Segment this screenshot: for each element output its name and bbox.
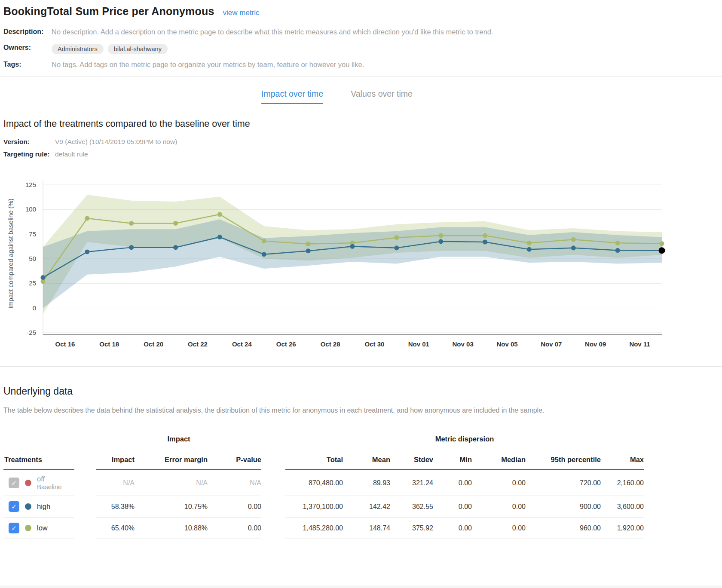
column-gap bbox=[74, 496, 96, 518]
data-point-low[interactable] bbox=[660, 241, 664, 246]
cell-95th-percentile-off: 720.00 bbox=[526, 470, 601, 496]
chart-section-heading: Impact of the treatments compared to the… bbox=[3, 119, 722, 129]
treatment-checkbox-low[interactable]: ✓ bbox=[9, 523, 19, 533]
footer-strip bbox=[0, 585, 722, 588]
treatment-name-off: offBaseline bbox=[37, 475, 62, 491]
view-metric-link[interactable]: view metric bbox=[223, 9, 260, 17]
data-point-high[interactable] bbox=[483, 240, 487, 245]
cell-total-off: 870,480.00 bbox=[285, 470, 343, 496]
column-header-error-margin: Error margin bbox=[135, 450, 208, 470]
tags-label: Tags: bbox=[3, 61, 52, 68]
x-tick-label: Oct 18 bbox=[99, 340, 119, 348]
data-point-high[interactable] bbox=[129, 245, 134, 250]
column-header-p-value: P-value bbox=[208, 450, 261, 470]
treatment-checkbox-off[interactable]: ✓ bbox=[9, 478, 19, 488]
cell-max-off: 2,160.00 bbox=[601, 470, 644, 496]
treatment-name-low: low bbox=[37, 524, 48, 533]
cell-impact-high: 58.38% bbox=[96, 496, 135, 518]
data-point-low[interactable] bbox=[438, 233, 443, 238]
data-point-high[interactable] bbox=[85, 249, 89, 254]
data-point-high[interactable] bbox=[306, 248, 311, 253]
column-gap bbox=[261, 518, 285, 539]
column-gap bbox=[74, 450, 96, 470]
y-tick-label: 25 bbox=[29, 279, 36, 287]
y-tick-label: 100 bbox=[25, 205, 36, 213]
cell-mean-high: 142.42 bbox=[343, 496, 390, 518]
column-gap bbox=[74, 470, 96, 496]
owner-pills: Administrators bilal.al-shahwany bbox=[52, 44, 168, 54]
data-point-high[interactable] bbox=[571, 245, 576, 250]
data-point-high[interactable] bbox=[438, 239, 443, 244]
tab-impact-over-time[interactable]: Impact over time bbox=[261, 89, 323, 104]
treatment-checkbox-high[interactable]: ✓ bbox=[9, 501, 19, 512]
x-tick-label: Nov 01 bbox=[408, 340, 429, 348]
column-header-max: Max bbox=[601, 450, 644, 470]
data-point-high[interactable] bbox=[350, 244, 355, 249]
version-value: V9 (Active) (10/14/2019 05:09PM to now) bbox=[55, 138, 177, 146]
impact-chart: 1251007550250-25Oct 16Oct 18Oct 20Oct 22… bbox=[0, 163, 670, 354]
data-point-low[interactable] bbox=[483, 233, 487, 238]
metric-impact-page: BookingTotal Sum Price per Anonymous vie… bbox=[0, 0, 722, 588]
y-tick-label: 125 bbox=[25, 181, 36, 188]
version-label: Version: bbox=[3, 138, 55, 146]
x-tick-label: Oct 20 bbox=[144, 340, 163, 348]
top-divider bbox=[0, 77, 722, 77]
data-point-low[interactable] bbox=[394, 235, 399, 240]
cell-error-margin-high: 10.75% bbox=[135, 496, 208, 518]
cell-error-margin-off: N/A bbox=[135, 470, 208, 496]
data-point-low[interactable] bbox=[129, 221, 134, 226]
data-point-high[interactable] bbox=[262, 252, 266, 257]
column-header-stdev: Stdev bbox=[390, 450, 433, 470]
underlying-data-table: ImpactMetric dispersionTreatmentsImpactE… bbox=[3, 435, 722, 539]
cell-error-margin-low: 10.88% bbox=[135, 518, 208, 539]
highlighted-data-point[interactable] bbox=[659, 247, 665, 254]
data-point-low[interactable] bbox=[571, 237, 576, 242]
column-gap bbox=[74, 518, 96, 539]
cell-impact-low: 65.40% bbox=[96, 518, 135, 539]
owner-pill-administrators[interactable]: Administrators bbox=[52, 44, 104, 54]
group-header-gap bbox=[261, 435, 285, 450]
x-tick-label: Oct 22 bbox=[188, 340, 208, 348]
cell-mean-low: 148.74 bbox=[343, 518, 390, 539]
data-point-low[interactable] bbox=[527, 241, 532, 245]
metric-meta: Description: No description. Add a descr… bbox=[3, 28, 722, 70]
data-point-low[interactable] bbox=[85, 216, 89, 220]
group-header-metric-dispersion: Metric dispersion bbox=[285, 435, 644, 450]
column-gap bbox=[261, 496, 285, 518]
data-point-high[interactable] bbox=[394, 245, 399, 250]
data-point-low[interactable] bbox=[262, 239, 266, 243]
data-point-high[interactable] bbox=[217, 235, 222, 239]
data-point-high[interactable] bbox=[41, 275, 46, 280]
cell-max-high: 3,600.00 bbox=[601, 496, 644, 518]
targeting-rule-label: Targeting rule: bbox=[3, 150, 55, 158]
data-point-high[interactable] bbox=[615, 248, 620, 253]
owner-pill-user[interactable]: bilal.al-shahwany bbox=[108, 44, 168, 54]
y-tick-label: 75 bbox=[29, 230, 36, 238]
treatment-color-dot-high bbox=[25, 503, 31, 510]
data-point-low[interactable] bbox=[615, 241, 620, 245]
description-label: Description: bbox=[3, 28, 52, 36]
cell-min-off: 0.00 bbox=[433, 470, 472, 496]
data-point-low[interactable] bbox=[173, 221, 178, 226]
data-point-low[interactable] bbox=[306, 242, 311, 246]
cell-p-value-high: 0.00 bbox=[208, 496, 261, 518]
cell-p-value-off: N/A bbox=[208, 470, 261, 496]
treatment-row-high: ✓high bbox=[3, 496, 74, 518]
data-point-low[interactable] bbox=[217, 212, 222, 217]
page-title: BookingTotal Sum Price per Anonymous bbox=[3, 5, 214, 18]
treatment-color-dot-low bbox=[25, 525, 31, 531]
data-point-high[interactable] bbox=[527, 247, 532, 252]
treatment-name-high: high bbox=[37, 502, 50, 511]
y-axis-title: Impact compared against baseline (%) bbox=[7, 199, 14, 309]
data-point-high[interactable] bbox=[173, 245, 178, 250]
tab-values-over-time[interactable]: Values over time bbox=[351, 89, 413, 104]
column-header-treatments: Treatments bbox=[3, 450, 74, 470]
column-header-median: Median bbox=[472, 450, 526, 470]
y-tick-label: 0 bbox=[33, 304, 36, 312]
x-tick-label: Oct 16 bbox=[55, 340, 75, 348]
x-tick-label: Nov 09 bbox=[585, 340, 606, 348]
x-tick-label: Nov 03 bbox=[453, 340, 474, 348]
owners-row: Owners: Administrators bilal.al-shahwany bbox=[3, 44, 722, 54]
cell-min-low: 0.00 bbox=[433, 518, 472, 539]
underlying-data-heading: Underlying data bbox=[3, 386, 722, 397]
